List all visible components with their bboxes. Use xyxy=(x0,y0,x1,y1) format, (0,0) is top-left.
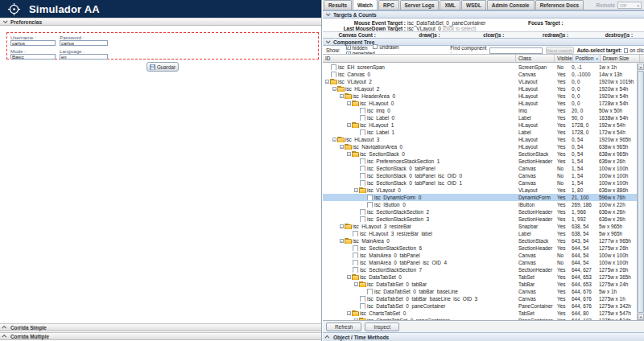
tree-row-isc_MainArea_0_tabPanel[interactable]: isc_MainArea_0_tabPanelCanvasNo644, 5410… xyxy=(323,252,644,259)
find-component-input[interactable] xyxy=(489,47,543,54)
inspect-button[interactable]: Inspect xyxy=(365,323,399,331)
tab-wsdl[interactable]: WSDL xyxy=(461,0,486,10)
tree-row-isc_DataTabSet_0_tabBar_baseLine[interactable]: isc_DataTabSet_0_tabBar_baseLineCanvasYe… xyxy=(323,288,644,295)
collapse-expander-icon[interactable]: − xyxy=(353,281,359,287)
mode-input[interactable] xyxy=(10,54,56,60)
last-mousedown-value[interactable]: isc_VLayout_0 xyxy=(407,26,441,31)
tree-row-isc_SectionStack_0_tabPanel_isc_OID_0[interactable]: isc_SectionStack_0_tabPanel_isc_OID_0Can… xyxy=(323,172,644,179)
component-id: isc_DataTabSet_0_tabBar_baseLine_isc_OID… xyxy=(367,296,477,302)
collapse-expander-icon[interactable]: − xyxy=(332,86,337,92)
scroll-up-icon[interactable]: ▲ xyxy=(638,64,644,70)
tree-row-isc_HLayout_2[interactable]: −isc_HLayout_2HLayoutYes0, 01920w x 54h xyxy=(323,85,644,92)
collapse-expander-icon[interactable]: − xyxy=(332,137,337,142)
column-header-visible[interactable]: Visible xyxy=(555,55,573,62)
column-header-id[interactable]: ID xyxy=(323,55,516,62)
tree-row-isc_img_0[interactable]: isc_img_0ImgYes20, 050w x 50h xyxy=(323,107,644,114)
tree-row-isc_Canvas_0[interactable]: isc_Canvas_0CanvasYes0, -100014w x 13h xyxy=(323,71,644,78)
cell-size: 1w x 1h xyxy=(597,64,636,70)
vertical-scrollbar[interactable]: ▲ ▼ xyxy=(637,64,644,320)
tree-row-isc_MainArea_0[interactable]: −isc_MainArea_0SectionStackYes643, 54127… xyxy=(323,237,644,244)
column-header-position[interactable]: Position▲ xyxy=(573,55,601,62)
component-id: isc_IButton_0 xyxy=(374,202,406,207)
language-input[interactable] xyxy=(60,54,108,60)
tab-results[interactable]: Results xyxy=(324,0,352,10)
column-header-class[interactable]: Class xyxy=(516,55,555,62)
targets-counts-header[interactable]: Targets & Counts xyxy=(323,10,644,18)
collapse-expander-icon[interactable]: − xyxy=(346,122,352,128)
tree-row-isc_SectionStackSection_6[interactable]: isc_SectionStackSection_6SectionHeaderYe… xyxy=(323,244,644,252)
object-time-methods-header[interactable]: Object / Time Methods xyxy=(323,332,644,341)
scrollbar-thumb[interactable] xyxy=(638,71,644,313)
collapse-expander-icon[interactable]: − xyxy=(339,93,345,99)
section-corrida-multiple[interactable]: Corrida Múltiple xyxy=(0,332,321,340)
cell-position: 20, 0 xyxy=(569,108,597,113)
collapse-expander-icon[interactable]: − xyxy=(346,151,352,157)
collapse-expander-icon[interactable]: − xyxy=(339,144,345,150)
refresh-button[interactable]: Refresh xyxy=(326,323,361,331)
cell-position: 638, 54 xyxy=(569,224,597,229)
tab-watch[interactable]: Watch xyxy=(353,0,378,10)
tab-xml[interactable]: XML xyxy=(440,0,460,10)
tree-row-isc_PreferencesStackSection_1[interactable]: isc_PreferencesStackSection_1SectionHead… xyxy=(323,158,644,165)
tab-rpc[interactable]: RPC xyxy=(378,0,399,10)
tree-row-isc_DataTabSet_0_tabBar_baseLine_isc_OID_3[interactable]: isc_DataTabSet_0_tabBar_baseLine_isc_OID… xyxy=(323,295,644,302)
tree-row-isc_DynamicForm_0[interactable]: isc_DynamicForm_0DynamicFormYes21, 10059… xyxy=(323,194,644,201)
mouse-event-target-value[interactable]: isc_DataTabSet_0_paneContainer xyxy=(407,20,485,26)
preferences-section-header[interactable]: Preferencias xyxy=(0,18,321,26)
tree-row-isc_SectionStackSection_3[interactable]: isc_SectionStackSection_3SectionHeaderYe… xyxy=(323,216,644,223)
collapse-expander-icon[interactable]: − xyxy=(339,238,345,244)
scroll-down-icon[interactable]: ▼ xyxy=(638,314,644,320)
tree-row-isc_DataTabSet_0_paneContainer[interactable]: isc_DataTabSet_0_paneContainerPaneContai… xyxy=(323,302,644,310)
tree-row-isc_HLayout_1[interactable]: −isc_HLayout_1HLayoutYes1728, 0192w x 54… xyxy=(323,121,644,129)
collapse-expander-icon[interactable]: − xyxy=(346,101,352,106)
tree-row-isc_MainArea_0_tabPanel_isc_OID_4[interactable]: isc_MainArea_0_tabPanel_isc_OID_4CanvasN… xyxy=(323,259,644,266)
tree-row-isc_VLayout_0[interactable]: −isc_VLayout_0VLayoutYes1, 80636w x 886h xyxy=(323,187,644,194)
tree-row-isc_NavigationArea_0[interactable]: −isc_NavigationArea_0HLayoutYes0, 54638w… xyxy=(323,143,644,150)
tree-row-isc_Label_1[interactable]: isc_Label_1LabelYes1728, 0172w x 54h xyxy=(323,129,644,136)
save-button[interactable]: Guardar xyxy=(147,62,179,72)
tree-row-isc_SectionStack_0[interactable]: −isc_SectionStack_0SectionStackYes0, 546… xyxy=(323,150,644,158)
tree-row-isc_DataTabSet_0_tabBar[interactable]: −isc_DataTabSet_0_tabBarTabBarYes644, 65… xyxy=(323,281,644,288)
tree-row-isc_HLayout_0[interactable]: −isc_HLayout_0HLayoutYes0, 01728w x 54h xyxy=(323,100,644,107)
collapse-expander-icon[interactable]: − xyxy=(353,187,359,193)
tab-reference-docs[interactable]: Reference Docs xyxy=(535,0,584,10)
tree-row-isc_SectionStack_0_tabPanel_isc_OID_1[interactable]: isc_SectionStack_0_tabPanel_isc_OID_1Can… xyxy=(323,179,644,187)
tree-row-isc_SectionStackSection_2[interactable]: isc_SectionStackSection_2SectionHeaderYe… xyxy=(323,208,644,216)
tree-row-isc_SectionStack_0_tabPanel[interactable]: isc_SectionStack_0_tabPanelCanvasNo1, 54… xyxy=(323,165,644,172)
tree-row-isc_EH_screenSpan[interactable]: isc_EH_screenSpanScreenSpanNo0, -11w x 1… xyxy=(323,64,644,71)
tree-row-isc_HLayout_3_resizeBar[interactable]: −isc_HLayout_3_resizeBarSnapbarYes638, 5… xyxy=(323,223,644,230)
cell-size: 1275w x 365h xyxy=(597,274,636,280)
collapse-expander-icon[interactable]: − xyxy=(346,274,352,280)
password-input[interactable] xyxy=(60,40,108,46)
on-click-checkbox[interactable]: on clic xyxy=(624,47,644,53)
tab-server-logs[interactable]: Server Logs xyxy=(400,0,440,10)
tree-row-isc_Label_0[interactable]: isc_Label_0LabelYes90, 01638w x 54h xyxy=(323,114,644,121)
section-corrida-simple[interactable]: Corrida Simple xyxy=(0,323,321,331)
tab-admin-console[interactable]: Admin Console xyxy=(487,0,535,10)
targets-counts-title: Targets & Counts xyxy=(333,12,377,18)
tree-row-isc_ChartsTabSet_0[interactable]: −isc_ChartsTabSet_0TabSetYes644, 801275w… xyxy=(323,310,644,317)
tree-row-isc_HLayout_3_resizeBar_label[interactable]: isc_HLayout_3_resizeBar_labelLabelYes638… xyxy=(323,230,644,237)
remote-dropdown[interactable]: Off ▼ xyxy=(617,2,642,9)
tree-row-isc_VLayout_2[interactable]: −isc_VLayout_2VLayoutYes0, 01920w x 1019… xyxy=(323,78,644,85)
username-input[interactable] xyxy=(10,40,56,46)
tree-row-isc_DataTabSet_0[interactable]: −isc_DataTabSet_0TabSetYes644, 6531275w … xyxy=(323,273,644,281)
column-header-drawn-size[interactable]: Drawn Size xyxy=(601,55,640,62)
tree-row-isc_SectionStackSection_7[interactable]: isc_SectionStackSection_7SectionHeaderYe… xyxy=(323,266,644,273)
expander-spacer xyxy=(346,267,352,273)
tree-row-isc_HLayout_3[interactable]: −isc_HLayout_3HLayoutYes0, 541920w x 965… xyxy=(323,136,644,143)
tree-row-isc_HeaderArea_0[interactable]: −isc_HeaderArea_0HLayoutYes0, 01920w x 5… xyxy=(323,92,644,100)
collapse-expander-icon[interactable]: − xyxy=(339,224,345,229)
next-match-button[interactable]: Next match xyxy=(546,47,574,54)
file-icon xyxy=(359,166,365,171)
component-id: isc_SectionStack_0_tabPanel_isc_OID_1 xyxy=(367,180,462,186)
tree-row-isc_IButton_0[interactable]: isc_IButton_0IButtonYes269, 186100w x 22… xyxy=(323,201,644,208)
show-hidden-checkbox[interactable]: ✓hidden xyxy=(346,45,368,51)
show-undrawn-checkbox[interactable]: undrawn xyxy=(373,44,398,50)
file-icon xyxy=(330,64,336,70)
collapse-expander-icon[interactable]: − xyxy=(346,310,352,316)
cell-position: 644, 627 xyxy=(569,267,597,273)
collapse-expander-icon[interactable]: − xyxy=(324,79,330,84)
component-id: isc_img_0 xyxy=(367,108,390,113)
click-to-select-hint[interactable]: [click to select] xyxy=(443,26,477,31)
